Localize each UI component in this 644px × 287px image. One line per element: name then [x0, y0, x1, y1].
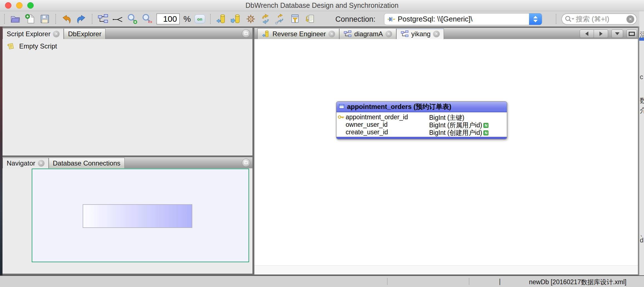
tab-navigator[interactable]: Navigator ×: [3, 158, 49, 168]
app-window: DbWrench Database Design and Synchroniza…: [0, 0, 644, 287]
connection-label: Connection:: [335, 15, 375, 24]
relationship-button[interactable]: [112, 13, 123, 25]
database-import-icon: [216, 13, 227, 25]
filter-button[interactable]: [289, 13, 301, 25]
tab-label: Database Connections: [53, 159, 121, 167]
tab-label: diagramA: [354, 30, 383, 38]
close-window-button[interactable]: [5, 2, 11, 9]
undo-button[interactable]: [61, 13, 72, 25]
maximize-icon: [244, 32, 248, 35]
script-icon: [7, 42, 15, 50]
left-arrow-icon: [585, 31, 588, 36]
horizontal-scrollbar[interactable]: [254, 265, 638, 274]
diagram-canvas: appointment_orders (预约订单表) appointment_o…: [254, 39, 638, 265]
close-tab-icon[interactable]: ×: [433, 31, 440, 37]
column-row: owner_user_id BigInt (所属用户id) N: [336, 121, 507, 128]
entity-title: appointment_orders (预约订单表): [347, 102, 451, 111]
close-tab-icon[interactable]: ×: [38, 160, 45, 167]
status-bar: | newDb [20160217数据库设计.xml]: [0, 275, 644, 287]
tab-list-dropdown-button[interactable]: [611, 30, 623, 38]
maximize-editor-button[interactable]: [626, 30, 637, 38]
save-button[interactable]: [39, 13, 50, 25]
scroll-tabs-left-button[interactable]: [580, 30, 594, 38]
diagram-icon: [97, 13, 109, 25]
entity-header: appointment_orders (预约订单表): [336, 102, 507, 112]
open-button[interactable]: [10, 13, 21, 25]
undo-icon: [61, 13, 72, 25]
zoom-out-button[interactable]: [142, 13, 153, 25]
new-file-button[interactable]: [24, 13, 36, 25]
connection-plug-icon: [387, 15, 395, 23]
close-tab-icon[interactable]: ×: [328, 31, 335, 37]
new-diagram-button[interactable]: [97, 13, 109, 25]
clipped-text-fragment: （: [640, 153, 644, 162]
tab-diagramA[interactable]: diagramA ×: [339, 28, 396, 39]
navigator-panel: Navigator × Database Connections: [3, 157, 252, 274]
toolbar-separator: [55, 14, 56, 24]
reverse-engineer-button[interactable]: [216, 13, 227, 25]
zoom-level-input[interactable]: [157, 14, 179, 24]
zoom-window-button[interactable]: [27, 2, 34, 9]
column-name: appointment_order_id: [346, 113, 408, 121]
tab-label: Navigator: [7, 159, 35, 167]
script-explorer-tabbar: Script Explorer × DbExplorer: [3, 28, 252, 39]
navigator-view-rect[interactable]: [83, 204, 192, 228]
scroll-tabs-right-button[interactable]: [594, 30, 608, 38]
maximize-icon: [244, 161, 248, 164]
forward-engineer-button[interactable]: [230, 13, 242, 25]
tab-yikang[interactable]: yikang ×: [396, 28, 444, 39]
maximize-panel-button[interactable]: [242, 159, 250, 167]
toolbar: % on: [0, 11, 644, 26]
main-area: Script Explorer × DbExplorer Empty Scrip…: [0, 26, 644, 275]
tab-script-explorer[interactable]: Script Explorer ×: [3, 28, 64, 39]
diagram-icon: [343, 30, 352, 38]
tab-db-explorer[interactable]: DbExplorer: [64, 28, 105, 39]
column-name: create_user_id: [346, 128, 388, 136]
entity-footer-band: [336, 137, 507, 139]
connection-value: PostgreSql: \\[Generic]\: [398, 15, 473, 23]
open-folder-icon: [10, 13, 21, 25]
status-separator: [387, 278, 387, 285]
stepper-up-icon: [533, 16, 538, 18]
tab-reverse-engineer[interactable]: Reverse Engineer ×: [257, 28, 339, 39]
zoom-in-icon: [127, 13, 138, 25]
right-arrow-icon: [599, 31, 603, 36]
toolbar-separator: [92, 14, 92, 24]
diagram-panel: Reverse Engineer × diagramA ×: [254, 28, 638, 274]
connection-select[interactable]: PostgreSql: \\[Generic]\: [384, 13, 542, 25]
tab-database-connections[interactable]: Database Connections: [49, 158, 125, 168]
toolbar-grip: [4, 14, 5, 24]
sync-options-button[interactable]: [275, 13, 286, 25]
entity-appointment-orders[interactable]: appointment_orders (预约订单表) appointment_o…: [336, 101, 507, 140]
column-row: appointment_order_id BigInt (主键): [336, 113, 507, 121]
search-input[interactable]: [576, 15, 626, 23]
settings-button[interactable]: [245, 13, 256, 25]
down-arrow-icon: [615, 32, 620, 35]
new-file-icon: [24, 13, 36, 25]
minimize-window-button[interactable]: [16, 2, 23, 9]
empty-script-item[interactable]: Empty Script: [3, 39, 252, 50]
entity-columns: appointment_order_id BigInt (主键) owner_u…: [336, 112, 507, 136]
sync-button[interactable]: [260, 13, 271, 25]
gear-icon: [245, 13, 256, 25]
zoom-apply-button[interactable]: on: [195, 14, 205, 23]
redo-button[interactable]: [76, 13, 87, 25]
sync-arrows-icon: [260, 13, 271, 25]
tab-label: DbExplorer: [68, 30, 101, 38]
search-clear-button[interactable]: ×: [626, 15, 634, 23]
tab-label: Reverse Engineer: [272, 30, 326, 38]
connection-stepper[interactable]: [529, 13, 542, 25]
close-tab-icon[interactable]: ×: [385, 31, 392, 37]
search-field[interactable]: ×: [561, 13, 637, 25]
maximize-panel-button[interactable]: [242, 29, 250, 38]
navigator-tabbar: Navigator × Database Connections: [3, 157, 252, 168]
clipped-text-fragment: 介: [640, 106, 644, 115]
redo-icon: [76, 13, 87, 25]
generate-script-button[interactable]: [304, 13, 315, 25]
window-title: DbWrench Database Design and Synchroniza…: [245, 1, 399, 9]
zoom-in-button[interactable]: [127, 13, 138, 25]
script-explorer-panel: Script Explorer × DbExplorer Empty Scrip…: [3, 28, 252, 155]
database-export-icon: [230, 13, 242, 25]
toolbar-separator: [210, 14, 211, 24]
close-tab-icon[interactable]: ×: [53, 31, 60, 37]
